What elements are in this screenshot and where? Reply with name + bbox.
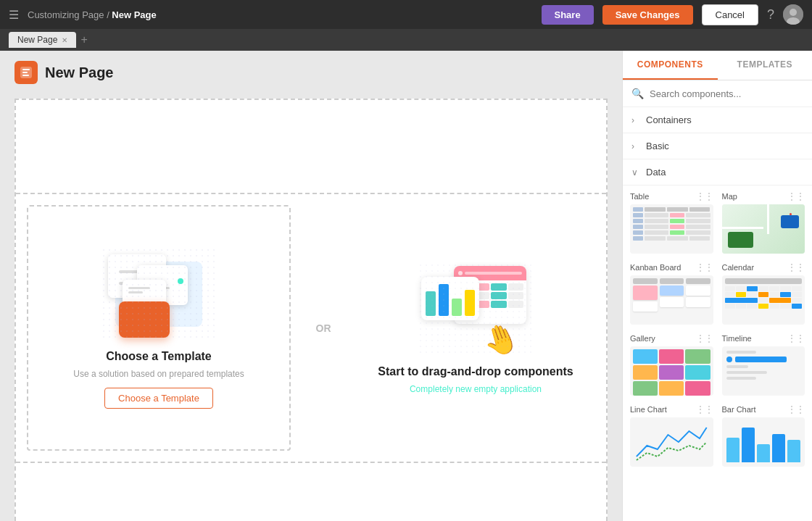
canvas-top-section [16,100,606,194]
kanban-thumbnail[interactable] [630,275,713,325]
tab-close-icon[interactable]: ✕ [62,36,67,44]
table-thumbnail[interactable] [630,204,713,254]
category-basic-label: Basic [646,141,669,151]
category-data-label: Data [646,167,666,178]
page-title: New Page [45,64,113,81]
canvas-area: New Page [0,51,622,521]
drag-title: Start to drag-and-drop components [378,365,573,378]
breadcrumb-current: New Page [112,9,156,20]
canvas-bottom-section [16,462,606,521]
component-gallery-label: Gallery [630,334,655,343]
component-line-chart-label: Line Chart [630,405,667,414]
svg-rect-6 [22,75,29,76]
gallery-thumbnail[interactable] [630,346,713,396]
component-map-label: Map [722,192,737,201]
drag-handle-icon[interactable]: ⋮⋮ [696,191,713,201]
component-calendar-label: Calendar [722,263,755,272]
canvas-outer: Choose a Template Use a solution based o… [14,99,608,521]
choose-template-panel: Choose a Template Use a solution based o… [27,205,291,451]
drag-handle-icon-bar[interactable]: ⋮⋮ [787,404,805,414]
drag-bar-thumb [421,277,479,320]
timeline-thumbnail[interactable] [722,346,805,396]
navbar: ☰ Customizing Page / New Page Share Save… [0,0,812,29]
page-icon-svg [19,65,33,80]
avatar[interactable] [783,4,803,25]
component-timeline-label: Timeline [722,334,752,343]
chevron-right-icon: › [631,115,640,125]
component-gallery: Gallery ⋮⋮ [630,333,713,396]
drag-handle-icon-gallery[interactable]: ⋮⋮ [696,333,713,343]
canvas-middle: Choose a Template Use a solution based o… [16,194,606,462]
svg-rect-5 [22,72,28,73]
add-tab-icon[interactable]: + [80,33,87,46]
category-data[interactable]: ∨ Data [623,159,812,186]
or-label: OR [302,322,345,334]
tab-components[interactable]: COMPONENTS [623,51,718,80]
component-bar-chart-label: Bar Chart [722,405,756,414]
category-basic[interactable]: › Basic [623,133,812,159]
page-icon [14,61,38,84]
component-line-chart: Line Chart ⋮⋮ [630,404,713,467]
component-timeline: Timeline ⋮⋮ [722,333,805,396]
tab-bar: New Page ✕ + [0,29,812,51]
drag-handle-icon-timeline[interactable]: ⋮⋮ [787,333,805,343]
search-input[interactable] [650,88,803,99]
help-icon[interactable]: ? [767,7,774,22]
breadcrumb-parent[interactable]: Customizing Page [28,9,104,20]
drag-illustration: 🤚 [418,262,534,357]
sidebar-tabs: COMPONENTS TEMPLATES [623,51,812,80]
right-sidebar: COMPONENTS TEMPLATES 🔍 › Containers › Ba… [622,51,812,521]
category-containers-label: Containers [646,114,692,125]
tab-templates[interactable]: TEMPLATES [718,51,813,80]
category-containers[interactable]: › Containers [623,107,812,133]
chevron-right-icon-2: › [631,141,640,151]
component-map: Map ⋮⋮ [722,191,805,254]
tab-label: New Page [17,35,57,45]
svg-point-1 [790,9,797,16]
drag-drop-panel: 🤚 Start to drag-and-drop components Comp… [345,194,606,462]
component-kanban: Kanban Board ⋮⋮ [630,262,713,325]
canvas-main-section: Choose a Template Use a solution based o… [16,194,606,521]
search-icon: 🔍 [631,88,644,99]
svg-rect-4 [22,69,30,70]
drag-handle-icon-calendar[interactable]: ⋮⋮ [787,262,805,272]
canvas-body: Choose a Template Use a solution based o… [0,91,622,521]
calendar-thumbnail[interactable] [722,275,805,325]
line-chart-thumbnail[interactable] [630,417,713,467]
main-layout: New Page [0,51,812,521]
component-bar-chart: Bar Chart ⋮⋮ [722,404,805,467]
page-tab[interactable]: New Page ✕ [9,32,76,48]
component-calendar: Calendar ⋮⋮ [722,262,805,325]
sidebar-search: 🔍 [623,80,812,107]
hamburger-icon[interactable]: ☰ [9,8,19,22]
map-thumbnail[interactable] [722,204,805,254]
choose-template-button[interactable]: Choose a Template [104,388,213,409]
breadcrumb: Customizing Page / New Page [28,9,157,20]
component-kanban-label: Kanban Board [630,263,681,272]
drag-handle-icon-line[interactable]: ⋮⋮ [696,404,713,414]
choose-template-sub: Use a solution based on prepared templat… [73,369,244,379]
bar-chart-thumbnail[interactable] [722,417,805,467]
components-grid: Table ⋮⋮ [623,186,812,472]
choose-template-title: Choose a Template [106,350,212,363]
component-table-label: Table [630,192,649,201]
drag-handle-icon-map[interactable]: ⋮⋮ [787,191,805,201]
page-header: New Page [0,51,622,91]
component-table: Table ⋮⋮ [630,191,713,254]
chevron-down-icon: ∨ [631,167,640,178]
template-illustration [101,247,217,341]
share-button[interactable]: Share [542,5,594,25]
sidebar-scroll: › Containers › Basic ∨ Data Table ⋮⋮ [623,107,812,521]
drag-hand-icon: 🤚 [478,317,523,361]
drag-sub: Completely new empty application [410,384,542,394]
drag-handle-icon-kanban[interactable]: ⋮⋮ [696,262,713,272]
cancel-button[interactable]: Cancel [702,4,758,25]
save-button[interactable]: Save Changes [602,5,693,25]
